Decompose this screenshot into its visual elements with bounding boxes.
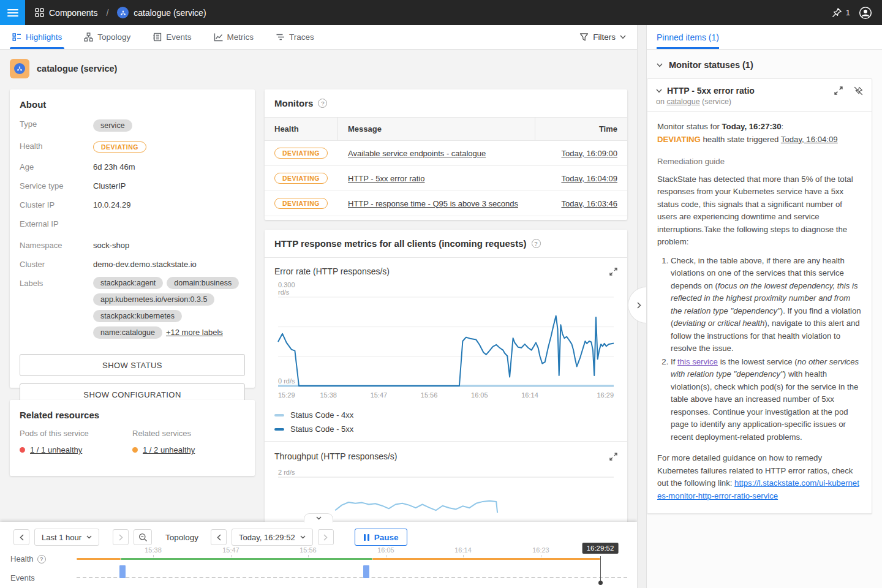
throughput-chart-title: Throughput (HTTP responses/s) <box>274 451 398 461</box>
monitor-row[interactable]: DEVIATINGAvailable service endpoints - c… <box>265 141 627 166</box>
component-link[interactable]: catalogue <box>666 97 699 106</box>
hamburger-menu-button[interactable] <box>0 0 25 25</box>
show-status-button[interactable]: SHOW STATUS <box>20 354 245 376</box>
monitor-row[interactable]: DEVIATINGHTTP - response time - Q95 is a… <box>265 191 627 216</box>
pods-unhealthy-link[interactable]: 1 / 1 unhealthy <box>30 445 82 454</box>
panel-divider <box>637 25 647 588</box>
unpin-icon[interactable] <box>854 86 863 96</box>
monitors-table-header: Health Message Time <box>265 118 627 141</box>
pause-icon <box>364 534 369 541</box>
health-segment-deviating <box>77 558 121 560</box>
monitor-statuses-collapse-chevron[interactable] <box>657 63 663 67</box>
monitor-message-link[interactable]: HTTP - 5xx error ratio <box>348 174 424 183</box>
topbar-actions: 1 <box>832 6 882 20</box>
tab-events[interactable]: Events <box>150 25 194 49</box>
triggered-time-link[interactable]: Today, 16:04:09 <box>781 135 838 144</box>
type-chip: service <box>93 119 132 132</box>
breadcrumb-components-link[interactable]: Components <box>49 8 97 18</box>
svg-text:15:56: 15:56 <box>421 391 438 399</box>
svg-text:0 rd/s: 0 rd/s <box>278 377 295 385</box>
monitor-component-line: on catalogue (service) <box>656 97 863 106</box>
playhead-dot[interactable] <box>598 581 603 585</box>
monitor-time-link[interactable]: Today, 16:09:00 <box>561 149 617 158</box>
monitor-card-body: Monitor status for Today, 16:27:30: DEVI… <box>647 112 872 513</box>
namespace-label: Namespace <box>20 239 93 250</box>
related-resources-card: Related resources Pods of this service 1… <box>10 400 255 476</box>
timeline-tick-label: 16:23 <box>532 546 549 554</box>
expand-icon[interactable] <box>609 268 617 276</box>
tab-highlights[interactable]: Highlights <box>10 25 64 49</box>
expand-icon[interactable] <box>834 86 843 95</box>
timeline-tick-mark <box>463 555 464 557</box>
legend-item-4xx: Status Code - 4xx <box>274 410 617 420</box>
tab-traces[interactable]: Traces <box>273 25 317 49</box>
zoom-out-button[interactable] <box>134 529 152 545</box>
timeline-tick-label: 16:05 <box>377 546 394 554</box>
critical-dot <box>20 447 25 453</box>
highlights-icon <box>12 32 21 42</box>
time-forward-button[interactable] <box>318 529 334 545</box>
range-forward-button[interactable] <box>113 529 129 545</box>
monitor-health-badge: DEVIATING <box>274 198 328 209</box>
health-state-badge: DEVIATING <box>93 141 146 153</box>
tab-metrics[interactable]: Metrics <box>211 25 257 49</box>
monitor-time-link[interactable]: Today, 16:03:46 <box>561 199 617 208</box>
pause-button[interactable]: Pause <box>355 529 408 546</box>
svg-text:15:38: 15:38 <box>320 391 337 399</box>
events-icon <box>153 32 162 42</box>
services-unhealthy-link[interactable]: 1 / 2 unhealthy <box>143 445 195 454</box>
legend-item-5xx: Status Code - 5xx <box>274 424 617 434</box>
remediation-steps: Check, in the table above, if there are … <box>657 255 862 444</box>
http-metrics-title: HTTP response metrics for all clients (i… <box>274 238 527 249</box>
monitor-time-link[interactable]: Today, 16:04:09 <box>561 174 617 183</box>
range-back-button[interactable] <box>13 529 29 545</box>
service-type-label: Service type <box>20 179 93 190</box>
svg-text:0.300: 0.300 <box>278 281 295 288</box>
svg-text:15:29: 15:29 <box>278 391 295 399</box>
http-metrics-help-icon[interactable]: ? <box>532 239 541 248</box>
related-services-label: Related services <box>132 429 245 438</box>
age-value: 6d 23h 46m <box>93 160 135 172</box>
highlights-content: catalogue (service) About Type service H… <box>0 50 637 588</box>
avatar[interactable] <box>859 6 872 20</box>
tab-topology[interactable]: Topology <box>81 25 133 49</box>
top-bar: Components / catalogue (service) 1 <box>0 0 882 25</box>
throughput-chart: 2 rd/s <box>265 465 627 514</box>
monitors-table-body: DEVIATINGAvailable service endpoints - c… <box>265 141 627 216</box>
timeline-collapse-tab[interactable] <box>304 513 333 522</box>
tab-pinned-items[interactable]: Pinned items (1) <box>657 25 719 49</box>
labels-label: Labels <box>20 277 93 288</box>
event-marker[interactable] <box>119 565 126 578</box>
expand-icon[interactable] <box>609 453 617 461</box>
monitor-message-link[interactable]: HTTP - response time - Q95 is above 3 se… <box>348 199 518 208</box>
time-back-button[interactable] <box>211 529 227 545</box>
health-help-icon[interactable]: ? <box>37 555 46 564</box>
type-label: Type <box>20 118 93 129</box>
panel-tab-bar: Pinned items (1) <box>647 25 882 50</box>
timeline-tick-mark <box>231 555 232 557</box>
monitor-message-link[interactable]: Available service endpoints - catalogue <box>348 149 486 158</box>
timeline-tick-mark <box>153 555 154 557</box>
label-chip: name:catalogue <box>93 326 162 339</box>
timeline-track[interactable]: 16:29:52 15:3815:4715:5616:0516:1416:23 <box>77 546 632 588</box>
time-range-dropdown[interactable]: Last 1 hour <box>34 529 99 546</box>
legend-swatch-5xx <box>274 428 284 431</box>
monitors-help-icon[interactable]: ? <box>318 99 327 108</box>
legend-label-5xx: Status Code - 5xx <box>290 424 353 434</box>
chevron-down-icon <box>300 535 306 539</box>
event-marker[interactable] <box>363 565 369 578</box>
this-service-link[interactable]: this service <box>677 357 718 366</box>
monitor-card-collapse-chevron[interactable] <box>656 89 662 93</box>
filters-button[interactable]: Filters <box>579 25 626 49</box>
error-rate-chart: 0.300rd/s0 rd/s15:2915:3815:4715:5616:05… <box>265 280 627 403</box>
filter-funnel-icon <box>579 32 589 42</box>
pinned-items-button[interactable]: 1 <box>832 7 850 18</box>
svg-text:16:14: 16:14 <box>521 391 538 399</box>
timeline-tick-label: 15:47 <box>222 546 239 554</box>
component-type-icon <box>10 59 29 78</box>
current-time-dropdown[interactable]: Today, 16:29:52 <box>232 529 313 546</box>
tab-events-label: Events <box>166 32 191 42</box>
monitor-row[interactable]: DEVIATINGHTTP - 5xx error ratioToday, 16… <box>265 166 627 191</box>
more-labels-link[interactable]: +12 more labels <box>166 328 223 337</box>
monitor-health-badge: DEVIATING <box>274 173 328 184</box>
